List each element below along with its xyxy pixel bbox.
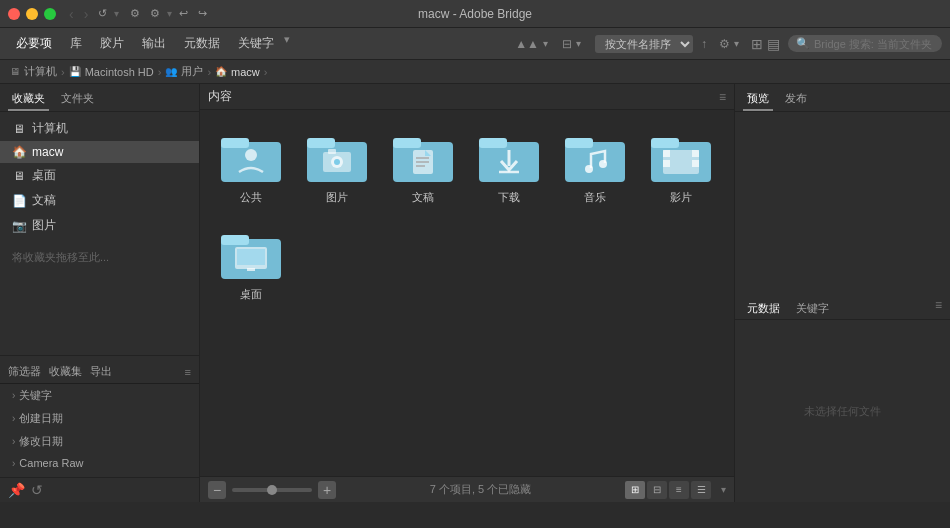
minimize-button[interactable] (26, 8, 38, 20)
sort-asc-icon[interactable]: ↑ (701, 37, 707, 51)
sidebar-item-macw[interactable]: 🏠 macw (0, 141, 199, 163)
sidebar-label-macw: macw (32, 145, 63, 159)
back-button[interactable]: ‹ (66, 6, 77, 22)
folder-pictures-label: 图片 (326, 190, 348, 205)
tab-metadata[interactable]: 元数据 (743, 298, 784, 319)
folder-desktop[interactable]: 桌面 (212, 219, 290, 308)
menu-film[interactable]: 胶片 (92, 33, 132, 54)
menu-output[interactable]: 输出 (134, 33, 174, 54)
tools-button[interactable]: ⚙ (127, 7, 143, 20)
signal-icon: ▲▲ (515, 37, 539, 51)
tab-favorites[interactable]: 收藏夹 (8, 88, 49, 111)
filter-dropdown[interactable]: ▾ (576, 38, 581, 49)
sidebar-item-computer[interactable]: 🖥 计算机 (0, 116, 199, 141)
search-bar[interactable]: 🔍 (788, 35, 942, 52)
svg-rect-20 (565, 138, 593, 148)
grid-view-icon[interactable]: ⊞ (751, 36, 763, 52)
folder-pictures[interactable]: 图片 (298, 122, 376, 211)
menu-library[interactable]: 库 (62, 33, 90, 54)
folder-movies-label: 影片 (670, 190, 692, 205)
breadcrumb-hd[interactable]: Macintosh HD (85, 66, 154, 78)
svg-point-7 (334, 159, 340, 165)
folder-music[interactable]: 音乐 (556, 122, 634, 211)
filter-item-created[interactable]: › 创建日期 (0, 407, 199, 430)
sidebar-item-pictures[interactable]: 📷 图片 (0, 213, 199, 238)
filter-tab-collection[interactable]: 收藏集 (49, 364, 82, 379)
filter-item-modified[interactable]: › 修改日期 (0, 430, 199, 453)
refresh-back[interactable]: ↩ (176, 7, 191, 20)
history-dropdown[interactable]: ▾ (114, 8, 119, 19)
svg-point-2 (245, 149, 257, 161)
tab-folders[interactable]: 文件夹 (57, 88, 98, 111)
view-options-dropdown[interactable]: ▾ (734, 38, 739, 49)
tab-keywords[interactable]: 关键字 (792, 298, 833, 319)
zoom-plus-button[interactable]: + (318, 481, 336, 499)
close-button[interactable] (8, 8, 20, 20)
filter-header: 筛选器 收藏集 导出 ≡ (0, 360, 199, 384)
forward-button[interactable]: › (81, 6, 92, 22)
zoom-slider[interactable] (232, 488, 312, 492)
refresh-fwd[interactable]: ↪ (195, 7, 210, 20)
sidebar-item-desktop[interactable]: 🖥 桌面 (0, 163, 199, 188)
detail-view-button[interactable]: ☰ (691, 481, 711, 499)
filter-menu-icon[interactable]: ≡ (185, 366, 191, 378)
right-panel-tabs: 预览 发布 (735, 84, 950, 112)
sort-select[interactable]: 按文件名排序 (595, 35, 693, 53)
filter-item-keywords[interactable]: › 关键字 (0, 384, 199, 407)
folder-desktop-label: 桌面 (240, 287, 262, 302)
content-menu-icon[interactable]: ≡ (719, 90, 726, 104)
zoom-track (232, 488, 312, 492)
zoom-minus-button[interactable]: − (208, 481, 226, 499)
desktop-icon: 🖥 (12, 169, 26, 183)
content-header: 内容 ≡ (200, 84, 734, 110)
list-view-button[interactable]: ≡ (669, 481, 689, 499)
grid-view-button[interactable]: ⊞ (625, 481, 645, 499)
svg-rect-8 (328, 149, 336, 154)
list-view-icon[interactable]: ▤ (767, 36, 780, 52)
menu-metadata[interactable]: 元数据 (176, 33, 228, 54)
content-area: 内容 ≡ 公共 (200, 84, 735, 502)
breadcrumb-computer[interactable]: 计算机 (24, 64, 57, 79)
filter-tab-filter[interactable]: 筛选器 (8, 364, 41, 379)
folder-movies[interactable]: 影片 (642, 122, 720, 211)
breadcrumb-sep1: › (61, 66, 65, 78)
breadcrumb-users[interactable]: 用户 (181, 64, 203, 79)
svg-rect-29 (692, 160, 699, 167)
view-options-icon[interactable]: ⚙ (719, 37, 730, 51)
menu-required[interactable]: 必要项 (8, 33, 60, 54)
svg-rect-31 (221, 235, 249, 245)
sidebar-refresh-icon[interactable]: ↺ (31, 482, 43, 498)
svg-point-22 (599, 160, 607, 168)
filter-section: 筛选器 收藏集 导出 ≡ › 关键字 › 创建日期 › 修改日期 › Camer… (0, 355, 199, 477)
pictures-icon: 📷 (12, 219, 26, 233)
nav-buttons: ‹ › ↺ ▾ ⚙ ⚙ ▾ ↩ ↪ (66, 6, 210, 22)
tab-preview[interactable]: 预览 (743, 88, 773, 111)
svg-rect-28 (692, 150, 699, 157)
filter-tab-export[interactable]: 导出 (90, 364, 112, 379)
grid2-view-button[interactable]: ⊟ (647, 481, 667, 499)
content-grid: 公共 图片 (200, 110, 734, 476)
filter-icon[interactable]: ⊟ (562, 37, 572, 51)
signal-dropdown[interactable]: ▾ (543, 38, 548, 49)
tools-dropdown[interactable]: ▾ (167, 8, 172, 19)
search-input[interactable] (814, 38, 934, 50)
breadcrumb-current: macw (231, 66, 260, 78)
window-controls (8, 8, 56, 20)
folder-downloads[interactable]: 下载 (470, 122, 548, 211)
right-panel: 预览 发布 元数据 关键字 ≡ 未选择任何文件 (735, 84, 950, 502)
tab-publish[interactable]: 发布 (781, 88, 811, 111)
maximize-button[interactable] (44, 8, 56, 20)
folder-documents[interactable]: 文稿 (384, 122, 462, 211)
view-sort-dropdown[interactable]: ▾ (721, 484, 726, 495)
sidebar-pin-icon[interactable]: 📌 (8, 482, 25, 498)
sidebar-item-documents[interactable]: 📄 文稿 (0, 188, 199, 213)
tools2-button[interactable]: ⚙ (147, 7, 163, 20)
meta-menu-icon[interactable]: ≡ (935, 298, 942, 319)
folder-public[interactable]: 公共 (212, 122, 290, 211)
svg-rect-16 (479, 138, 507, 148)
breadcrumb: 🖥 计算机 › 💾 Macintosh HD › 👥 用户 › 🏠 macw › (0, 60, 950, 84)
filter-item-cameraraw[interactable]: › Camera Raw (0, 453, 199, 473)
history-button[interactable]: ↺ (95, 7, 110, 20)
menu-more[interactable]: ▾ (284, 33, 290, 54)
menu-keywords[interactable]: 关键字 (230, 33, 282, 54)
